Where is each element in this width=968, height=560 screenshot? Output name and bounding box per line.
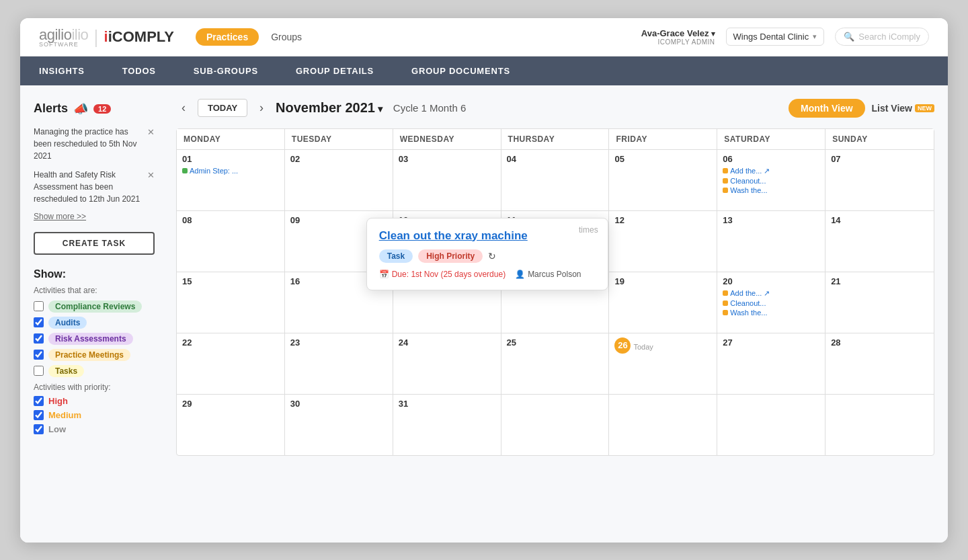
checkbox-medium-input[interactable] <box>34 410 44 420</box>
checkbox-low-input[interactable] <box>34 424 44 434</box>
tooltip-tags: Task High Priority ↻ <box>379 249 596 263</box>
calendar-header-row: MONDAY TUESDAY WEDNESDAY THURSDAY FRIDAY… <box>177 129 934 150</box>
content: Alerts 📣 12 Managing the practice has be… <box>20 85 948 543</box>
new-badge: NEW <box>915 104 934 112</box>
event-add-1[interactable]: Add the... ↗ <box>723 167 819 175</box>
day-05: 05 <box>609 150 717 210</box>
week-5: 29 30 31 <box>177 395 934 455</box>
create-task-button[interactable]: CREATE TASK <box>34 232 155 255</box>
col-thursday: THURSDAY <box>501 129 610 149</box>
next-month-button[interactable]: › <box>254 99 269 116</box>
alert-close-1[interactable]: ✕ <box>147 126 155 139</box>
checkbox-medium: Medium <box>34 410 155 420</box>
today-button[interactable]: TODAY <box>198 99 247 117</box>
tag-tasks[interactable]: Tasks <box>48 365 84 377</box>
event-cleanout-2[interactable]: Cleanout... <box>723 299 819 307</box>
person-icon: 👤 <box>515 270 525 279</box>
event-dot <box>723 290 728 296</box>
alerts-title: Alerts <box>34 102 68 116</box>
event-wash-1[interactable]: Wash the... <box>723 186 819 194</box>
event-cleanout-1[interactable]: Cleanout... <box>723 177 819 185</box>
search-icon: 🔍 <box>844 32 854 42</box>
day-29: 29 <box>177 395 285 455</box>
tooltip-title[interactable]: Clean out the xray machine <box>379 229 596 243</box>
tooltip-meta: 📅 Due: 1st Nov (25 days overdue) 👤 Marcu… <box>379 270 596 279</box>
event-admin-step[interactable]: Admin Step: ... <box>182 167 279 175</box>
day-20: 20 Add the... ↗ Cleanout... Wash the... <box>717 272 825 333</box>
priority-low-label: Low <box>48 424 66 434</box>
main-area: ‹ TODAY › November 2021 Cycle 1 Month 6 … <box>168 85 948 543</box>
month-view-button[interactable]: Month View <box>789 99 865 118</box>
day-22: 22 <box>177 333 285 394</box>
day-06: 06 Add the... ↗ Cleanout... Wash the... <box>717 150 825 210</box>
alert-bell-icon: 📣 <box>73 102 88 116</box>
prev-month-button[interactable]: ‹ <box>176 99 191 116</box>
col-sunday: SUNDAY <box>825 129 934 149</box>
user-role: ICOMPLY ADMIN <box>641 38 715 46</box>
tag-audits[interactable]: Audits <box>48 317 87 329</box>
nav-insights[interactable]: INSIGHTS <box>20 56 104 85</box>
day-15: 15 <box>177 272 285 333</box>
week-2: 08 09 10 times Clean out the xray machin… <box>177 211 934 272</box>
activities-label: Activities that are: <box>34 286 155 295</box>
checkbox-high-input[interactable] <box>34 396 44 406</box>
day-26: 26 Today <box>609 333 717 394</box>
checkbox-risk-input[interactable] <box>34 333 44 344</box>
day-empty-2 <box>609 395 717 455</box>
day-14: 14 <box>825 211 934 272</box>
today-date: 26 <box>614 337 631 354</box>
calendar-icon: 📅 <box>379 270 389 279</box>
event-wash-2[interactable]: Wash the... <box>723 309 819 317</box>
checkbox-tasks: Tasks <box>34 365 155 377</box>
calendar-toolbar: ‹ TODAY › November 2021 Cycle 1 Month 6 … <box>176 99 934 118</box>
day-13: 13 <box>717 211 825 272</box>
day-empty-4 <box>825 395 934 455</box>
nav-subgroups[interactable]: SUB-GROUPS <box>175 56 277 85</box>
logo: agilioilio SOFTWARE | iiCOMPLY <box>39 26 174 48</box>
checkbox-compliance: Compliance Reviews <box>34 301 155 313</box>
user-name[interactable]: Ava-Grace Velez <box>641 28 715 38</box>
day-27: 27 <box>717 333 825 394</box>
logo-divider: | <box>93 26 98 48</box>
checkbox-meetings: Practice Meetings <box>34 349 155 361</box>
day-10: 10 times Clean out the xray machine Task… <box>393 211 501 272</box>
alert-msg-2: Health and Safety Risk Assessment has be… <box>34 169 155 205</box>
tag-risk[interactable]: Risk Assessments <box>48 333 133 345</box>
day-21: 21 <box>825 272 934 333</box>
tag-compliance[interactable]: Compliance Reviews <box>48 301 142 313</box>
logo-icomply: iiCOMPLY <box>104 28 174 46</box>
user-info: Ava-Grace Velez ICOMPLY ADMIN <box>641 28 715 46</box>
alerts-badge: 12 <box>93 104 111 114</box>
day-empty-1 <box>501 395 610 455</box>
nav-groups[interactable]: Groups <box>264 28 309 46</box>
search-box[interactable]: 🔍 Search iComply <box>835 28 929 46</box>
show-more-link[interactable]: Show more >> <box>34 212 155 221</box>
checkbox-audits-input[interactable] <box>34 317 44 327</box>
event-add-2[interactable]: Add the... ↗ <box>723 289 819 298</box>
checkbox-low: Low <box>34 424 155 434</box>
alert-close-2[interactable]: ✕ <box>147 169 155 182</box>
tooltip-due: 📅 Due: 1st Nov (25 days overdue) <box>379 270 506 279</box>
clinic-dropdown-arrow: ▾ <box>813 32 817 41</box>
nav-group-documents[interactable]: GROUP DOCUMENTS <box>393 56 529 85</box>
nav-todos[interactable]: TODOS <box>104 56 175 85</box>
event-dot <box>723 168 728 173</box>
event-dot <box>182 168 188 173</box>
event-dot <box>723 188 728 193</box>
tag-meetings[interactable]: Practice Meetings <box>48 349 130 361</box>
day-07: 07 <box>825 150 934 210</box>
checkbox-meetings-input[interactable] <box>34 350 44 360</box>
clinic-selector[interactable]: Wings Dental Clinic ▾ <box>726 28 825 46</box>
nav-group-details[interactable]: GROUP DETAILS <box>277 56 393 85</box>
month-label[interactable]: November 2021 <box>276 100 382 116</box>
nav-practices[interactable]: Practices <box>196 28 259 46</box>
recur-icon[interactable]: ↻ <box>488 251 496 262</box>
nav-bar: INSIGHTS TODOS SUB-GROUPS GROUP DETAILS … <box>20 56 948 85</box>
col-monday: MONDAY <box>177 129 285 149</box>
priority-medium-label: Medium <box>48 410 81 420</box>
clinic-name: Wings Dental Clinic <box>733 32 809 42</box>
list-view-button[interactable]: List View NEW <box>872 103 934 114</box>
checkbox-compliance-input[interactable] <box>34 301 44 311</box>
checkbox-tasks-input[interactable] <box>34 366 44 376</box>
today-label: Today <box>633 343 653 351</box>
